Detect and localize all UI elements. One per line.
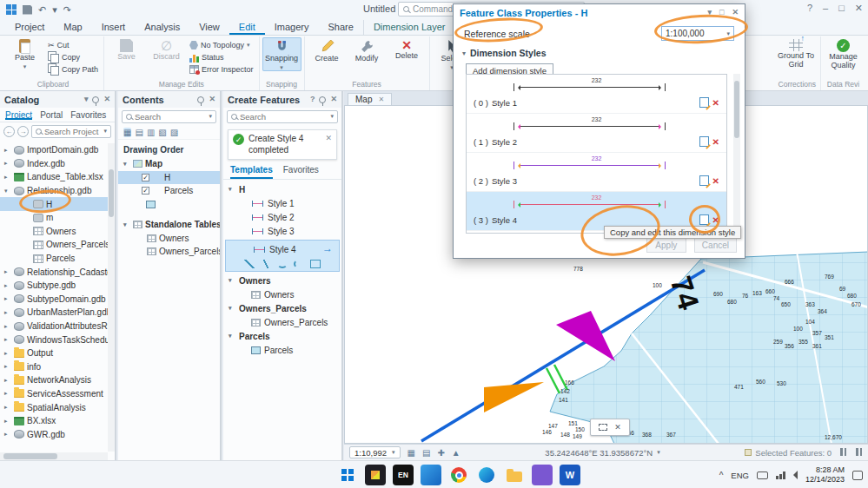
chrome-icon[interactable] [448, 465, 469, 485]
close-pane-icon[interactable]: ✕ [330, 96, 337, 103]
expand-icon[interactable]: ▸ [4, 147, 11, 154]
snapping-button[interactable]: Snapping▾ [262, 37, 301, 71]
catalog-tree-item[interactable]: ▸ ValidationAttributesRul [0, 320, 108, 333]
catalog-tree-item[interactable]: ▸ Relationship_CadasterG [0, 265, 108, 279]
catalog-tree-item[interactable]: ▸ Index.gdb [0, 157, 108, 171]
list-by-drawing-order-icon[interactable]: ▦ [123, 128, 131, 137]
catalog-tree-item[interactable]: ▸ Landuse_Table.xlsx [0, 170, 108, 184]
ribbon-tab[interactable]: Imagery [265, 20, 319, 35]
tool-polyline-icon[interactable] [261, 260, 271, 268]
forward-icon[interactable]: → [17, 126, 29, 137]
copy-edit-dimension-style-icon[interactable] [699, 136, 709, 147]
ribbon-tab[interactable]: Project [5, 20, 54, 35]
input-language-indicator[interactable]: ENG [731, 471, 749, 480]
touch-keyboard-icon[interactable] [757, 472, 768, 479]
expand-icon[interactable]: ▾ [4, 188, 11, 195]
delete-dimension-style-icon[interactable]: ✕ [712, 98, 719, 108]
expand-icon[interactable]: ▸ [4, 404, 11, 411]
template-item[interactable]: ▾ H → [223, 182, 341, 196]
contents-item[interactable]: ✓ Owners_Parcels [118, 245, 220, 259]
tab-favorites[interactable]: Favorites [70, 110, 106, 120]
catalog-horizontal-scrollbar[interactable] [0, 452, 108, 460]
pin-icon[interactable] [319, 96, 326, 103]
tab-favorites[interactable]: Favorites [283, 165, 319, 179]
catalog-tree-item[interactable]: Parcels [0, 252, 108, 266]
expand-icon[interactable]: ▸ [4, 377, 11, 384]
layer-visibility-checkbox[interactable]: ✓ [142, 174, 149, 181]
template-item[interactable]: Owners_Parcels → [223, 315, 341, 329]
template-item[interactable]: Style 2 → [223, 210, 341, 224]
file-explorer-icon[interactable] [504, 465, 525, 485]
error-inspector-button[interactable]: Error Inspector [187, 63, 256, 76]
pan-tool-icon[interactable]: ✚ [437, 448, 444, 458]
catalog-tree-item[interactable]: Owners_Parcels [0, 238, 108, 252]
catalog-vertical-scrollbar[interactable] [108, 143, 115, 452]
ground-to-grid-button[interactable]: Ground To Grid [777, 37, 816, 69]
selection-grid-icon[interactable]: ▦ [407, 448, 415, 458]
no-topology-dropdown[interactable]: No Topology▾ [187, 39, 256, 51]
template-item[interactable]: ▾ Owners_Parcels → [223, 301, 341, 315]
minimize-icon[interactable]: – [823, 3, 828, 14]
list-by-source-icon[interactable]: ▤ [135, 128, 142, 137]
contents-item[interactable]: ✓ [118, 198, 220, 212]
copy-edit-dimension-style-icon[interactable] [699, 175, 709, 186]
save-project-icon[interactable] [23, 5, 32, 15]
north-arrow-icon[interactable]: ▲ [452, 448, 461, 458]
tool-curve-icon[interactable] [294, 260, 304, 268]
catalog-tree-item[interactable]: ▸ Output [0, 346, 108, 360]
expand-icon[interactable]: ▸ [4, 431, 11, 438]
maximize-icon[interactable]: □ [838, 3, 845, 14]
ribbon-tab[interactable]: Map [54, 20, 91, 35]
template-item[interactable]: Parcels → [223, 343, 341, 357]
dialog-close-icon[interactable]: ✕ [732, 9, 739, 16]
taskbar-app-icon-2[interactable] [421, 465, 441, 485]
notification-center-icon[interactable] [852, 471, 863, 480]
tab-portal[interactable]: Portal [40, 110, 63, 120]
expand-icon[interactable]: ▾ [123, 221, 130, 228]
dialog-dropdown-icon[interactable]: ▾ [707, 9, 712, 16]
catalog-tree-item[interactable]: ▸ ImportDomain.gdb [0, 143, 108, 157]
contents-item[interactable]: ✓ Owners [118, 232, 220, 246]
catalog-dropdown-icon[interactable]: ▾ [84, 96, 89, 103]
modify-features-button[interactable]: Modify [348, 37, 387, 63]
pin-icon[interactable] [197, 96, 204, 103]
expand-icon[interactable]: ▸ [4, 336, 11, 343]
catalog-tree-item[interactable]: ▸ NetworkAnalysis [0, 373, 108, 387]
edit-sketch-mini-toolbar[interactable]: ✕ [590, 419, 630, 436]
ribbon-tab[interactable]: Edit [229, 20, 265, 35]
template-search-input[interactable]: ▾ [227, 110, 338, 123]
expand-icon[interactable]: ▸ [4, 160, 11, 167]
tool-arc-icon[interactable] [277, 260, 288, 268]
back-icon[interactable]: ← [3, 126, 15, 137]
active-template-arrow-icon[interactable]: → [322, 242, 333, 254]
help-icon[interactable]: ? [807, 3, 812, 14]
template-item[interactable]: Style 3 → [223, 224, 341, 238]
layer-visibility-checkbox[interactable]: ✓ [142, 187, 149, 195]
copy-button[interactable]: Copy [45, 51, 101, 63]
delete-dimension-style-icon[interactable]: ✕ [712, 137, 719, 147]
close-view-icon[interactable]: ✕ [378, 96, 384, 103]
tool-line-icon[interactable] [244, 260, 255, 268]
contents-item[interactable]: ▾ ✓ Map [118, 157, 220, 171]
tab-templates[interactable]: Templates [230, 165, 273, 179]
ribbon-tab[interactable]: View [189, 20, 229, 35]
contents-item[interactable]: ▾ ✓ Standalone Tables [118, 218, 220, 232]
status-button[interactable]: Status [187, 51, 256, 63]
create-features-button[interactable]: Create [308, 37, 347, 63]
ribbon-tab[interactable]: Analysis [135, 20, 189, 35]
section-collapse-icon[interactable]: ▾ [462, 49, 466, 57]
template-item[interactable]: Style 1 → [223, 196, 341, 210]
expand-icon[interactable]: ▾ [229, 277, 235, 284]
catalog-tree-item[interactable]: H [0, 197, 108, 211]
cancel-sketch-icon[interactable]: ✕ [614, 424, 621, 432]
expand-icon[interactable]: ▸ [4, 350, 11, 357]
tray-expand-icon[interactable]: ^ [719, 471, 724, 480]
close-pane-icon[interactable]: ✕ [103, 96, 110, 103]
ribbon-tab[interactable]: Share [319, 20, 363, 35]
catalog-tree-item[interactable]: ▸ info [0, 360, 108, 374]
undo-icon[interactable]: ↶ [38, 5, 46, 15]
cancel-button[interactable]: Cancel [694, 238, 737, 253]
catalog-tree-item[interactable]: Owners [0, 225, 108, 239]
apply-button[interactable]: Apply [646, 238, 686, 253]
list-by-editing-icon[interactable]: ▧ [158, 128, 166, 137]
